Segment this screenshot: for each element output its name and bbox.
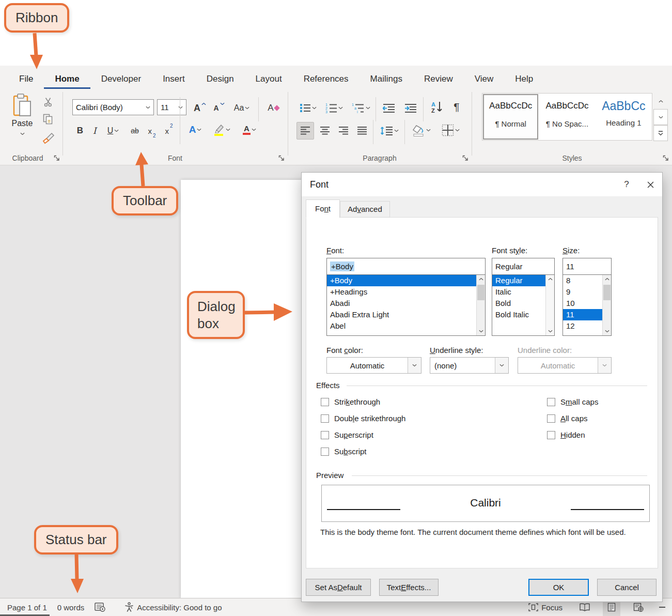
scroll-down-icon[interactable] — [477, 327, 485, 335]
size-list-scrollbar[interactable] — [602, 275, 611, 335]
scroll-up-icon[interactable] — [603, 275, 611, 283]
increase-indent-button[interactable] — [401, 100, 420, 116]
font-style-item[interactable]: Bold Italic — [492, 309, 545, 320]
style-normal[interactable]: AaBbCcDc ¶ Normal — [482, 94, 539, 140]
align-center-button[interactable] — [317, 122, 333, 140]
strikethrough-checkbox[interactable]: Strikethrough — [321, 397, 380, 406]
align-left-button[interactable] — [296, 122, 314, 140]
font-list-item[interactable]: Abel — [327, 320, 476, 332]
shading-button[interactable] — [409, 121, 434, 140]
tab-help[interactable]: Help — [504, 69, 544, 89]
change-case-button[interactable]: Aa — [229, 100, 254, 116]
cut-button[interactable] — [40, 94, 56, 110]
scroll-down-icon[interactable] — [603, 327, 611, 335]
tab-insert[interactable]: Insert — [152, 69, 196, 89]
borders-button[interactable] — [436, 121, 464, 140]
clipboard-dialog-launcher[interactable] — [53, 155, 60, 162]
font-list-item[interactable]: Abadi Extra Light — [327, 309, 476, 320]
show-formatting-marks-button[interactable]: ¶ — [449, 99, 464, 115]
gallery-scroll-up-button[interactable] — [653, 93, 668, 109]
superscript-checkbox[interactable]: Superscript — [321, 430, 373, 439]
format-painter-button[interactable] — [39, 130, 57, 146]
all-caps-checkbox[interactable]: All caps — [547, 414, 588, 423]
font-dialog-launcher[interactable] — [278, 155, 285, 162]
text-effects-button[interactable]: A — [184, 122, 207, 137]
grow-font-button[interactable]: A — [191, 100, 209, 116]
tab-references[interactable]: References — [293, 69, 360, 89]
size-item[interactable]: 10 — [563, 298, 602, 309]
gallery-more-button[interactable] — [653, 125, 668, 141]
font-style-item[interactable]: Regular — [492, 275, 545, 286]
font-list-item[interactable]: Abadi — [327, 298, 476, 309]
font-color-button[interactable]: A — [237, 122, 262, 137]
highlight-button[interactable] — [209, 122, 235, 137]
size-item[interactable]: 9 — [563, 286, 602, 298]
font-style-input[interactable]: Regular — [492, 258, 555, 275]
font-name-combo[interactable]: Calibri (Body) — [72, 99, 154, 115]
tab-developer[interactable]: Developer — [90, 69, 152, 89]
copy-button[interactable] — [40, 112, 56, 127]
style-no-spacing[interactable]: AaBbCcDc ¶ No Spac... — [539, 94, 595, 140]
tab-review[interactable]: Review — [413, 69, 464, 89]
size-item[interactable]: 8 — [563, 275, 602, 286]
dialog-tab-advanced[interactable]: Advanced — [340, 201, 390, 218]
page-indicator[interactable]: Page 1 of 1 — [0, 598, 52, 616]
font-list-item[interactable]: +Body — [327, 275, 476, 286]
font-name-input[interactable]: +Body — [326, 258, 486, 275]
tab-layout[interactable]: Layout — [245, 69, 293, 89]
small-caps-checkbox[interactable]: Small caps — [547, 397, 598, 406]
decrease-indent-button[interactable] — [380, 100, 398, 116]
font-list-scrollbar[interactable] — [476, 275, 485, 335]
dialog-help-button[interactable]: ? — [615, 173, 638, 196]
scroll-up-icon[interactable] — [477, 275, 485, 283]
styles-dialog-launcher[interactable] — [662, 155, 669, 162]
proofing-status[interactable] — [89, 598, 111, 616]
font-style-scrollbar[interactable] — [545, 275, 554, 335]
font-size-combo[interactable]: 11 — [157, 99, 186, 115]
font-color-dropdown[interactable]: Automatic — [326, 357, 421, 374]
gallery-scroll-down-button[interactable] — [653, 109, 668, 125]
paragraph-dialog-launcher[interactable] — [462, 155, 469, 162]
scroll-down-icon[interactable] — [546, 327, 554, 335]
word-count[interactable]: 0 words — [52, 598, 90, 616]
shrink-font-button[interactable]: A — [211, 100, 227, 116]
double-strikethrough-checkbox[interactable]: Double strikethrough — [321, 414, 405, 423]
tab-mailings[interactable]: Mailings — [360, 69, 413, 89]
font-list-item[interactable]: +Headings — [327, 286, 476, 298]
style-heading-1[interactable]: AaBbCc Heading 1 — [596, 94, 652, 140]
tab-home[interactable]: Home — [44, 69, 90, 89]
strikethrough-button[interactable]: ab — [126, 123, 144, 138]
align-right-button[interactable] — [335, 122, 352, 140]
size-input[interactable]: 11 — [562, 258, 612, 275]
justify-button[interactable] — [354, 122, 370, 140]
bold-button[interactable]: B — [73, 123, 87, 138]
multilevel-list-button[interactable]: 1ai — [348, 100, 373, 116]
cancel-button[interactable]: Cancel — [597, 579, 657, 596]
dialog-tab-font[interactable]: Font — [306, 199, 340, 218]
line-spacing-button[interactable] — [377, 122, 401, 140]
tab-view[interactable]: View — [464, 69, 505, 89]
accessibility-status[interactable]: Accessibility: Good to go — [119, 598, 227, 616]
ok-button[interactable]: OK — [528, 579, 589, 596]
italic-button[interactable]: I — [89, 123, 100, 138]
subscript-button[interactable]: x2 — [145, 123, 159, 138]
size-item[interactable]: 12 — [563, 320, 602, 332]
tab-file[interactable]: File — [8, 69, 44, 89]
scroll-thumb[interactable] — [603, 285, 611, 300]
subscript-checkbox[interactable]: Subscript — [321, 447, 367, 456]
font-style-item[interactable]: Bold — [492, 298, 545, 309]
clear-formatting-button[interactable]: A — [262, 100, 284, 116]
underline-button[interactable]: U — [102, 123, 124, 138]
tab-design[interactable]: Design — [196, 69, 245, 89]
set-as-default-button[interactable]: Set As Default — [306, 579, 371, 596]
bullets-button[interactable] — [296, 100, 319, 116]
scroll-thumb[interactable] — [477, 285, 485, 300]
text-effects-dialog-button[interactable]: Text Effects... — [379, 579, 439, 596]
paste-button[interactable]: Paste — [7, 93, 37, 149]
scroll-up-icon[interactable] — [546, 275, 554, 283]
numbering-button[interactable]: 123 — [322, 100, 346, 116]
underline-style-dropdown[interactable]: (none) — [430, 357, 509, 374]
size-item[interactable]: 11 — [563, 309, 602, 320]
superscript-button[interactable]: x2 — [161, 123, 177, 138]
font-style-item[interactable]: Italic — [492, 286, 545, 298]
